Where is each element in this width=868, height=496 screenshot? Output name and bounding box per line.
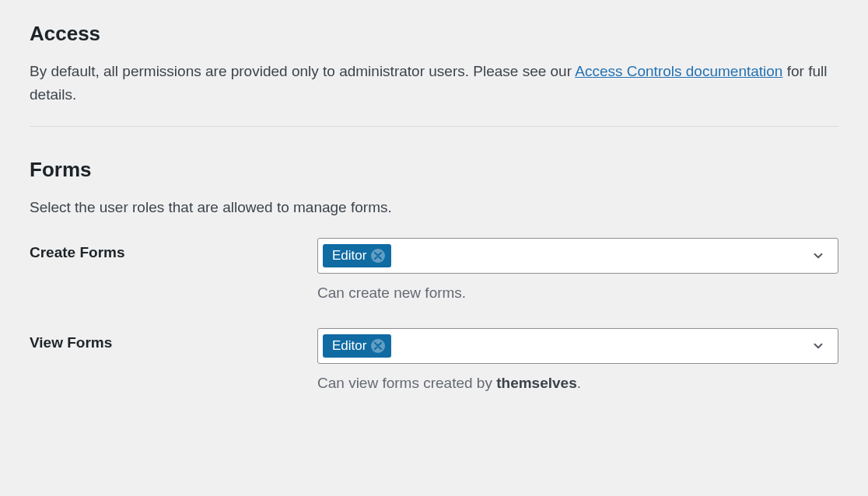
create-forms-row: Create Forms Editor Can create new forms… xyxy=(30,238,838,302)
close-icon xyxy=(374,342,382,350)
dropdown-toggle[interactable] xyxy=(803,339,833,353)
role-tag-label: Editor xyxy=(332,248,366,264)
access-description: By default, all permissions are provided… xyxy=(30,60,838,107)
forms-description: Select the user roles that are allowed t… xyxy=(30,196,838,219)
close-icon xyxy=(374,252,382,260)
chevron-down-icon xyxy=(811,249,825,263)
access-heading: Access xyxy=(30,22,838,46)
access-controls-link[interactable]: Access Controls documentation xyxy=(575,63,782,79)
forms-heading: Forms xyxy=(30,158,838,182)
create-forms-label: Create Forms xyxy=(30,238,317,261)
view-forms-row: View Forms Editor Can view forms created… xyxy=(30,328,838,392)
section-divider xyxy=(30,126,838,127)
remove-tag-button[interactable] xyxy=(371,339,385,353)
access-desc-prefix: By default, all permissions are provided… xyxy=(30,63,575,79)
create-forms-help: Can create new forms. xyxy=(317,285,838,302)
role-tag-editor: Editor xyxy=(323,334,391,358)
view-forms-select[interactable]: Editor xyxy=(317,328,838,364)
view-forms-help: Can view forms created by themselves. xyxy=(317,375,838,392)
create-forms-select[interactable]: Editor xyxy=(317,238,838,274)
dropdown-toggle[interactable] xyxy=(803,249,833,263)
view-forms-label: View Forms xyxy=(30,328,317,351)
role-tag-editor: Editor xyxy=(323,244,391,267)
chevron-down-icon xyxy=(811,339,825,353)
role-tag-label: Editor xyxy=(332,338,366,354)
remove-tag-button[interactable] xyxy=(371,249,385,263)
